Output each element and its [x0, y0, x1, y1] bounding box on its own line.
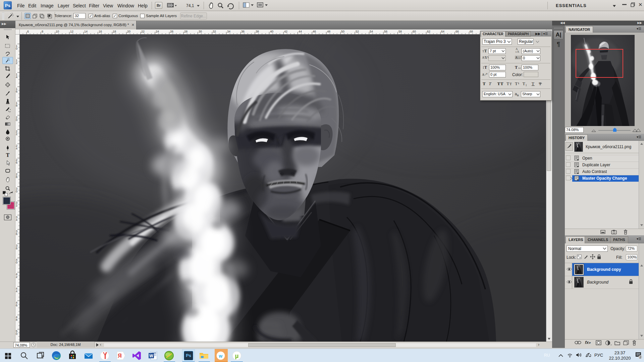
svg-text:2: 2	[639, 356, 641, 359]
svg-text:Я: Я	[118, 353, 122, 359]
svg-text:w: w	[219, 353, 223, 359]
svg-text:W: W	[149, 354, 153, 358]
svg-text:T: T	[6, 152, 10, 158]
svg-text:µ: µ	[235, 352, 239, 359]
